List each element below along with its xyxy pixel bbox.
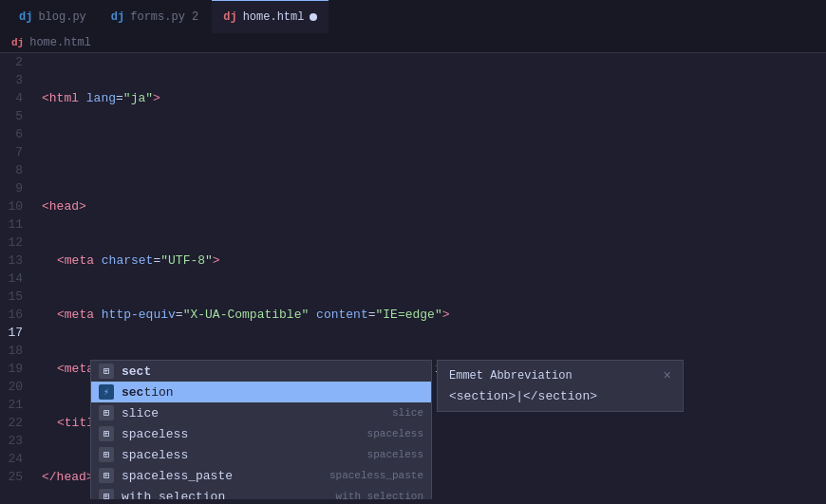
- tab-forms[interactable]: dj forms.py 2: [100, 0, 210, 33]
- breadcrumb-icon: dj: [11, 37, 24, 48]
- autocomplete-detail-spaceless: spaceless: [367, 428, 423, 439]
- emmet-tooltip: Emmet Abbreviation × <section>|</section…: [437, 360, 684, 412]
- autocomplete-item-spaceless2[interactable]: ⊞ spaceless spaceless: [91, 444, 431, 465]
- emmet-icon: ⚡: [99, 384, 114, 400]
- snippet-icon-spaceless2: ⊞: [99, 447, 114, 462]
- breadcrumb: dj home.html: [0, 33, 826, 53]
- autocomplete-label-with-selection: with_selection: [122, 490, 329, 500]
- python2-icon: dj: [111, 10, 124, 24]
- autocomplete-detail-spaceless-paste: spaceless_paste: [329, 470, 423, 481]
- tab-home[interactable]: dj home.html: [212, 0, 329, 33]
- snippet-icon-spaceless: ⊞: [99, 426, 114, 441]
- autocomplete-item-section[interactable]: ⚡ section: [91, 382, 431, 402]
- autocomplete-item-spaceless-paste[interactable]: ⊞ spaceless_paste spaceless_paste: [91, 465, 431, 486]
- autocomplete-detail-with-selection: with_selection: [336, 491, 423, 499]
- line-numbers: 2 3 4 5 6 7 8 9 10 11 12 13 14 15 16 17 …: [0, 53, 38, 499]
- code-line-2: <html lang="ja">: [42, 89, 826, 107]
- tab-label-home: home.html: [243, 10, 305, 24]
- autocomplete-detail-spaceless2: spaceless: [367, 449, 423, 460]
- code-line-5: <meta charset="UTF-8">: [42, 252, 826, 270]
- tab-label-blog: blog.py: [38, 10, 85, 24]
- autocomplete-label-spaceless-paste: spaceless_paste: [122, 469, 322, 483]
- autocomplete-item-slice[interactable]: ⊞ slice slice: [91, 402, 431, 423]
- autocomplete-item-spaceless[interactable]: ⊞ spaceless spaceless: [91, 423, 431, 444]
- code-line-6: <meta http-equiv="X-UA-Compatible" conte…: [42, 306, 826, 324]
- html-icon: dj: [223, 10, 236, 24]
- tab-blog[interactable]: dj blog.py: [8, 0, 98, 33]
- emmet-title: Emmet Abbreviation ×: [449, 368, 671, 383]
- snippet-icon-spaceless-paste: ⊞: [99, 468, 114, 483]
- autocomplete-label-section: section: [122, 385, 423, 400]
- emmet-title-label: Emmet Abbreviation: [449, 369, 573, 383]
- code-line-3: [42, 143, 826, 161]
- python-icon: dj: [19, 10, 32, 24]
- breadcrumb-path: home.html: [29, 36, 91, 49]
- tab-label-forms: forms.py 2: [130, 10, 198, 24]
- autocomplete-item-with-selection[interactable]: ⊞ with_selection with_selection: [91, 486, 431, 499]
- autocomplete-label-slice: slice: [122, 406, 385, 420]
- editor: 2 3 4 5 6 7 8 9 10 11 12 13 14 15 16 17 …: [0, 53, 826, 499]
- emmet-close-button[interactable]: ×: [664, 368, 671, 383]
- autocomplete-item-sect[interactable]: ⊞ sect: [91, 361, 431, 382]
- emmet-preview: <section>|</section>: [449, 389, 671, 403]
- autocomplete-detail-slice: slice: [392, 407, 423, 419]
- modified-indicator: [310, 13, 317, 21]
- snippet-icon-slice: ⊞: [99, 405, 114, 420]
- autocomplete-dropdown[interactable]: ⊞ sect ⚡ section ⊞ slice slice ⊞ spacele…: [90, 360, 432, 499]
- snippet-icon-with-selection: ⊞: [99, 489, 114, 499]
- snippet-icon: ⊞: [99, 364, 114, 379]
- title-bar: dj blog.py dj forms.py 2 dj home.html: [0, 0, 826, 33]
- autocomplete-label-sect: sect: [122, 364, 423, 379]
- autocomplete-label-spaceless: spaceless: [122, 427, 360, 441]
- autocomplete-label-spaceless2: spaceless: [122, 448, 360, 462]
- code-line-4: <head>: [42, 197, 826, 215]
